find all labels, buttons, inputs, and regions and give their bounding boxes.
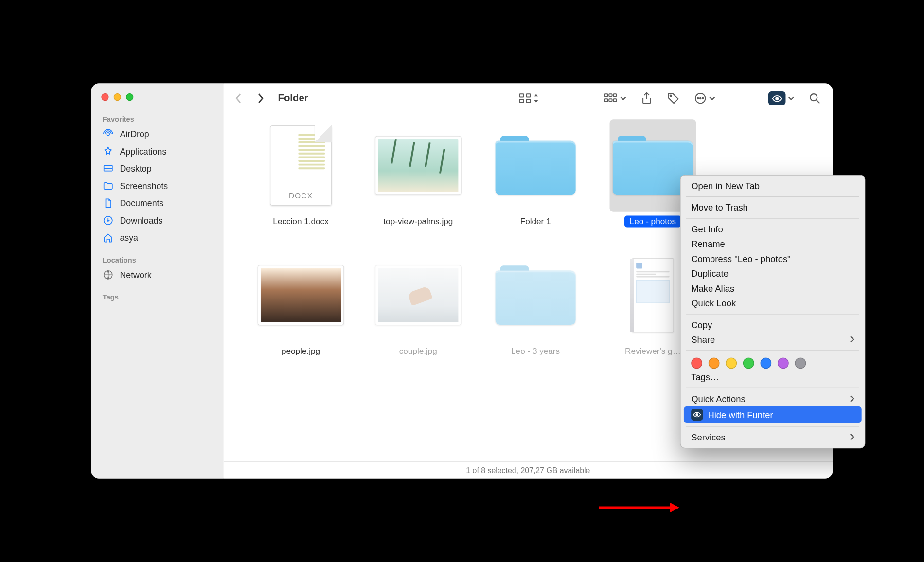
file-label: Reviewer's g…	[620, 345, 686, 357]
menu-move-to-trash[interactable]: Move to Trash	[684, 200, 862, 215]
tag-color-green[interactable]	[743, 357, 754, 369]
forward-button[interactable]	[253, 91, 267, 105]
tag-color-red[interactable]	[691, 357, 702, 369]
file-item[interactable]: Leo - 3 years	[477, 249, 594, 379]
home-icon	[103, 232, 114, 244]
folder-icon	[103, 180, 114, 192]
sidebar: Favorites AirDrop Applications Desktop S…	[91, 84, 224, 479]
folder-thumbnail-icon	[496, 136, 576, 195]
svg-rect-13	[613, 99, 616, 101]
funter-toolbar-button[interactable]	[764, 89, 798, 107]
tag-color-blue[interactable]	[760, 357, 771, 369]
back-button[interactable]	[232, 91, 246, 105]
downloads-icon	[103, 215, 114, 226]
file-label: Leccion 1.docx	[268, 215, 334, 227]
svg-rect-8	[604, 94, 607, 96]
share-button[interactable]	[638, 89, 656, 107]
menu-tags[interactable]: Tags…	[684, 370, 862, 385]
menu-rename[interactable]: Rename	[684, 237, 862, 251]
applications-icon	[103, 146, 114, 157]
menu-quick-actions[interactable]: Quick Actions	[684, 391, 862, 406]
sidebar-item-airdrop[interactable]: AirDrop	[98, 125, 217, 143]
sidebar-item-applications[interactable]: Applications	[98, 143, 217, 160]
sidebar-item-label: AirDrop	[120, 129, 149, 139]
pdf-thumbnail-icon	[632, 258, 674, 332]
sidebar-item-home[interactable]: asya	[98, 229, 217, 246]
svg-point-0	[107, 133, 109, 136]
chevron-right-icon	[850, 334, 854, 344]
image-thumbnail-icon	[375, 136, 462, 195]
menu-separator	[686, 218, 859, 218]
tags-button[interactable]	[663, 89, 683, 107]
sidebar-item-label: Downloads	[120, 215, 162, 225]
status-bar: 1 of 8 selected, 207,27 GB available	[224, 461, 833, 479]
svg-point-19	[776, 97, 778, 100]
sidebar-section-tags: Tags	[98, 290, 217, 303]
menu-separator	[686, 426, 859, 426]
file-item[interactable]: Folder 1	[477, 119, 594, 249]
menu-duplicate[interactable]: Duplicate	[684, 266, 862, 281]
menu-make-alias[interactable]: Make Alias	[684, 281, 862, 296]
svg-marker-23	[670, 503, 679, 512]
window-controls	[98, 92, 217, 112]
chevron-right-icon	[850, 432, 854, 442]
airdrop-icon	[103, 128, 114, 140]
menu-quick-look[interactable]: Quick Look	[684, 296, 862, 310]
tag-color-purple[interactable]	[778, 357, 789, 369]
menu-services[interactable]: Services	[684, 430, 862, 444]
document-icon	[103, 198, 114, 209]
svg-rect-10	[613, 94, 616, 96]
more-actions-button[interactable]	[691, 89, 719, 107]
sidebar-item-downloads[interactable]: Downloads	[98, 212, 217, 229]
window-title: Folder	[278, 93, 308, 104]
file-type-badge: DOCX	[270, 192, 331, 200]
sidebar-item-label: Applications	[120, 146, 166, 156]
sidebar-item-desktop[interactable]: Desktop	[98, 160, 217, 177]
status-text: 1 of 8 selected, 207,27 GB available	[466, 466, 590, 474]
svg-point-17	[700, 98, 701, 99]
minimize-window-button[interactable]	[114, 93, 121, 101]
sidebar-item-network[interactable]: Network	[98, 266, 217, 284]
search-button[interactable]	[805, 90, 824, 106]
file-item[interactable]: people.jpg	[242, 249, 359, 379]
menu-get-info[interactable]: Get Info	[684, 222, 862, 236]
svg-point-21	[696, 414, 698, 416]
svg-rect-6	[519, 100, 524, 103]
menu-separator	[686, 388, 859, 388]
desktop-icon	[103, 163, 114, 174]
file-label: Leo - 3 years	[506, 345, 565, 357]
svg-point-18	[702, 98, 704, 99]
tag-color-orange[interactable]	[709, 357, 720, 369]
file-label: Leo - photos	[625, 215, 681, 227]
tag-color-yellow[interactable]	[726, 357, 737, 369]
zoom-window-button[interactable]	[126, 93, 133, 101]
file-label: top-view-palms.jpg	[378, 215, 458, 227]
sidebar-item-screenshots[interactable]: Screenshots	[98, 177, 217, 195]
menu-hide-with-funter[interactable]: Hide with Funter	[684, 406, 862, 423]
file-item[interactable]: top-view-palms.jpg	[359, 119, 477, 249]
sidebar-item-documents[interactable]: Documents	[98, 194, 217, 212]
menu-open-new-tab[interactable]: Open in New Tab	[684, 178, 862, 193]
menu-copy[interactable]: Copy	[684, 317, 862, 332]
image-thumbnail-icon	[258, 265, 344, 325]
funter-icon	[691, 409, 703, 421]
toolbar: Folder	[224, 84, 833, 113]
svg-rect-9	[609, 94, 612, 96]
tag-color-gray[interactable]	[795, 357, 806, 369]
menu-share[interactable]: Share	[684, 332, 862, 347]
group-by-button[interactable]	[600, 91, 630, 105]
context-menu: Open in New Tab Move to Trash Get Info R…	[680, 175, 865, 449]
chevron-right-icon	[850, 394, 854, 404]
file-item[interactable]: couple.jpg	[359, 249, 477, 379]
svg-rect-5	[526, 94, 531, 97]
menu-compress[interactable]: Compress "Leo - photos"	[684, 251, 862, 266]
svg-point-20	[810, 94, 817, 101]
file-label: people.jpg	[277, 345, 325, 357]
view-mode-button[interactable]	[515, 90, 542, 106]
file-item[interactable]: DOCX Leccion 1.docx	[242, 119, 359, 249]
file-label: Folder 1	[515, 215, 556, 227]
sidebar-section-favorites: Favorites	[98, 112, 217, 125]
close-window-button[interactable]	[101, 93, 108, 101]
menu-separator	[686, 196, 859, 197]
funter-icon	[768, 91, 786, 105]
